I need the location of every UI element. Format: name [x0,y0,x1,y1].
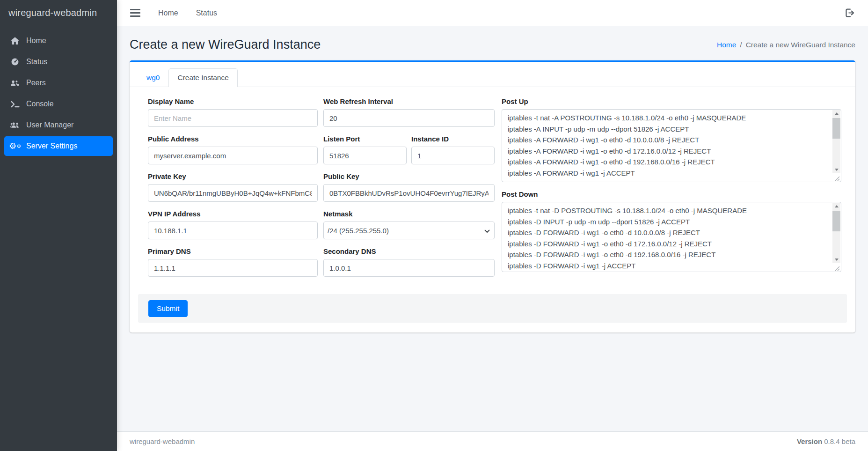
public-address-label: Public Address [148,135,318,143]
form-right-column: Post Up iptables -t nat -A POSTROUTING -… [502,97,841,285]
breadcrumb-separator: / [740,41,742,49]
resize-grip-icon[interactable] [834,265,840,271]
version-value: 0.8.4 beta [824,437,855,445]
secondary-dns-group: Secondary DNS [323,247,495,277]
sidebar-item-label: Status [26,58,47,66]
sidebar-item-server-settings[interactable]: ⚙⚙ Server Settings [4,136,113,156]
menu-icon[interactable] [130,7,140,19]
footer-app-name: wireguard-webadmin [130,437,195,445]
instance-id-group: Instance ID [411,135,495,164]
tab-wg0[interactable]: wg0 [138,68,168,87]
sign-out-icon[interactable] [843,7,857,19]
public-address-group: Public Address [148,135,318,164]
main-area: Home Status Create a new WireGuard Insta… [117,0,868,451]
tab-create-instance[interactable]: Create Instance [168,68,237,87]
listen-port-input[interactable] [323,147,407,164]
users-gear-icon [9,79,21,87]
primary-dns-group: Primary DNS [148,247,318,277]
card-header: wg0 Create Instance [130,62,855,87]
vpn-ip-group: VPN IP Address [148,210,318,239]
topnav-link-home[interactable]: Home [158,9,178,17]
public-key-label: Public Key [323,172,495,180]
version-label: Version [797,437,822,445]
sidebar-item-label: Home [26,37,46,45]
public-address-input[interactable] [148,147,318,164]
private-key-label: Private Key [148,172,318,180]
scroll-down-icon[interactable] [832,256,840,263]
secondary-dns-input[interactable] [323,259,495,277]
sidebar-item-status[interactable]: Status [4,52,113,72]
vpn-ip-input[interactable] [148,222,318,239]
sidebar-item-peers[interactable]: Peers [4,73,113,93]
users-icon [9,121,21,129]
instance-card: wg0 Create Instance Display Name Web Ref… [130,60,855,333]
scroll-down-icon[interactable] [832,166,840,173]
post-up-textarea[interactable]: iptables -t nat -A POSTROUTING -s 10.188… [502,109,841,182]
scrollbar-thumb[interactable] [832,211,840,231]
content-header: Create a new WireGuard Instance Home / C… [130,34,855,60]
post-down-group: Post Down iptables -t nat -D POSTROUTING… [502,190,841,272]
cogs-icon: ⚙⚙ [9,142,21,150]
display-name-label: Display Name [148,97,318,105]
breadcrumb-home-link[interactable]: Home [717,41,736,49]
sidebar-item-label: Peers [26,79,46,87]
post-down-label: Post Down [502,190,841,198]
post-down-scrollbar[interactable] [832,203,840,263]
port-id-row: Listen Port Instance ID [323,135,495,172]
home-icon [9,37,21,45]
page-title: Create a new WireGuard Instance [130,37,321,52]
submit-button[interactable]: Submit [148,300,188,317]
breadcrumb: Home / Create a new WireGuard Instance [717,41,855,49]
post-up-label: Post Up [502,97,841,105]
page-footer: wireguard-webadmin Version 0.8.4 beta [117,431,868,451]
post-down-textarea[interactable]: iptables -t nat -D POSTROUTING -s 10.188… [502,202,841,272]
topnav-link-status[interactable]: Status [196,9,217,17]
form-left-columns: Display Name Web Refresh Interval Public… [148,97,495,285]
instance-tabs: wg0 Create Instance [138,68,846,87]
primary-dns-label: Primary DNS [148,247,318,255]
post-down-text: iptables -t nat -D POSTROUTING -s 10.188… [502,202,841,272]
brand-text: wireguard-webadmin [8,7,97,18]
private-key-input[interactable] [148,184,318,202]
primary-dns-input[interactable] [148,259,318,277]
post-up-scrollbar[interactable] [832,110,840,173]
instance-id-input[interactable] [411,147,495,164]
private-key-group: Private Key [148,172,318,202]
sidebar-item-label: Server Settings [26,142,77,150]
secondary-dns-label: Secondary DNS [323,247,495,255]
display-name-input[interactable] [148,109,318,127]
instance-id-label: Instance ID [411,135,495,143]
sidebar-item-user-manager[interactable]: User Manager [4,115,113,135]
sidebar-item-home[interactable]: Home [4,31,113,51]
sidebar-item-label: User Manager [26,121,73,129]
sidebar: wireguard-webadmin Home Status Peers Co [0,0,117,451]
vpn-ip-label: VPN IP Address [148,210,318,218]
netmask-select[interactable]: /24 (255.255.255.0) [323,222,495,239]
web-refresh-label: Web Refresh Interval [323,97,495,105]
content-wrapper: Create a new WireGuard Instance Home / C… [117,26,868,431]
terminal-icon [9,101,21,108]
gauge-icon [9,58,21,66]
scrollbar-thumb[interactable] [832,118,840,139]
post-up-text: iptables -t nat -A POSTROUTING -s 10.188… [502,110,841,182]
public-key-input[interactable] [323,184,495,202]
web-refresh-input[interactable] [323,109,495,127]
resize-grip-icon[interactable] [834,175,840,181]
scroll-up-icon[interactable] [832,110,840,118]
top-navbar: Home Status [117,0,868,26]
sidebar-item-console[interactable]: Console [4,94,113,114]
card-body: Display Name Web Refresh Interval Public… [130,87,855,288]
brand-link[interactable]: wireguard-webadmin [0,0,117,26]
web-refresh-group: Web Refresh Interval [323,97,495,127]
sidebar-nav: Home Status Peers Console User Manager [0,26,117,162]
sidebar-item-label: Console [26,100,54,108]
public-key-group: Public Key [323,172,495,202]
listen-port-label: Listen Port [323,135,407,143]
post-up-group: Post Up iptables -t nat -A POSTROUTING -… [502,97,841,182]
listen-port-group: Listen Port [323,135,407,164]
breadcrumb-current: Create a new WireGuard Instance [746,41,855,49]
card-footer: Submit [138,294,847,323]
scroll-up-icon[interactable] [832,203,840,210]
footer-version: Version 0.8.4 beta [797,437,855,445]
netmask-label: Netmask [323,210,495,218]
